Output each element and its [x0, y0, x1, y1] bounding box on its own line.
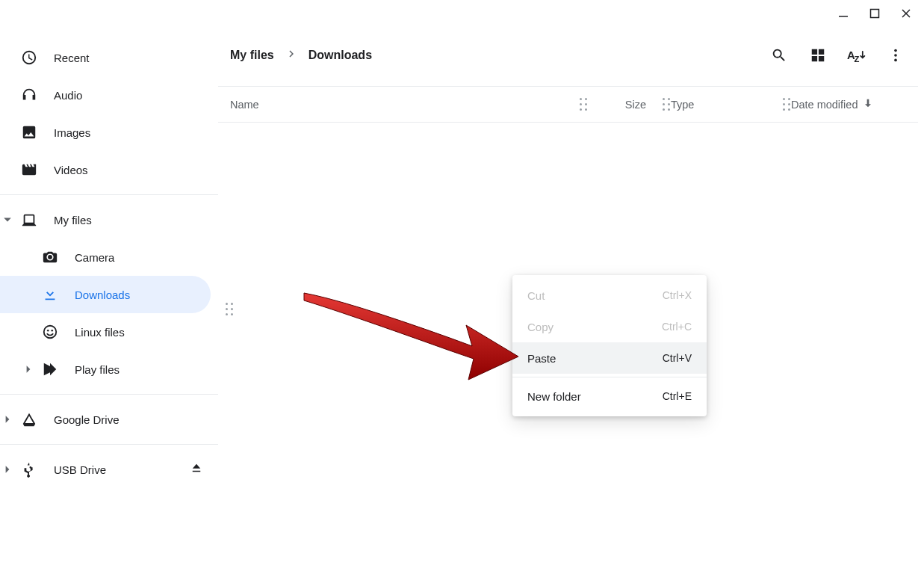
picture-icon [21, 124, 37, 141]
download-icon [42, 286, 58, 303]
app-root: Recent Audio Images Videos [0, 0, 924, 586]
sidebar-item-label: Camera [75, 251, 114, 264]
linux-icon [42, 324, 58, 340]
svg-point-11 [894, 58, 897, 61]
sidebar-item-label: USB Drive [54, 463, 106, 476]
breadcrumb-root[interactable]: My files [230, 49, 274, 62]
chevron-right-icon [3, 465, 16, 474]
column-label: Type [671, 99, 694, 111]
sidebar-drive-section: Google Drive [0, 395, 218, 445]
sidebar-item-recent[interactable]: Recent [0, 39, 218, 76]
sort-button[interactable]: AZ [846, 45, 867, 66]
column-header-date[interactable]: Date modified [791, 97, 918, 111]
sidebar-item-label: Audio [54, 89, 82, 102]
menu-shortcut: Ctrl+V [663, 352, 692, 364]
menu-label: Paste [527, 352, 556, 365]
sidebar-item-playfiles[interactable]: Play files [0, 351, 218, 388]
sidebar-item-label: Images [54, 126, 90, 139]
context-menu: Cut Ctrl+X Copy Ctrl+C Paste Ctrl+V New … [512, 275, 707, 416]
toolbar: AZ [769, 45, 906, 66]
breadcrumb-current[interactable]: Downloads [308, 49, 372, 62]
chevron-right-icon [3, 415, 16, 424]
sidebar-item-label: Downloads [75, 289, 130, 301]
sidebar-item-label: Videos [54, 164, 88, 176]
menu-shortcut: Ctrl+C [662, 321, 692, 333]
clapper-icon [21, 161, 37, 178]
chevron-right-icon [285, 47, 298, 64]
column-resize-handle[interactable] [783, 98, 791, 111]
sidebar-quick-section: Recent Audio Images Videos [0, 39, 218, 195]
sidebar-item-drive[interactable]: Google Drive [0, 401, 218, 438]
sidebar-item-label: My files [54, 214, 92, 226]
svg-point-6 [51, 330, 53, 332]
sidebar-item-label: Linux files [75, 326, 125, 339]
sidebar-item-images[interactable]: Images [0, 114, 218, 151]
column-header-type[interactable]: Type [671, 99, 783, 111]
view-toggle-button[interactable] [807, 45, 828, 66]
svg-text:Z: Z [855, 54, 860, 63]
sidebar-item-label: Play files [75, 363, 120, 376]
column-header-name[interactable]: Name [230, 99, 580, 111]
close-button[interactable] [891, 1, 921, 25]
sidebar-item-label: Google Drive [54, 413, 120, 426]
sidebar-item-myfiles[interactable]: My files [0, 201, 218, 238]
column-headers: Name Size Type Date modified [218, 87, 918, 123]
chevron-right-icon [24, 365, 37, 374]
window-controls [828, 1, 921, 25]
column-resize-handle[interactable] [580, 98, 588, 111]
maximize-button[interactable] [860, 1, 890, 25]
svg-point-5 [47, 330, 49, 332]
svg-point-9 [894, 49, 897, 52]
menu-shortcut: Ctrl+E [663, 390, 692, 402]
headphones-icon [21, 87, 37, 103]
sidebar-myfiles-section: My files Camera Downloads Linux files [0, 195, 218, 395]
camera-icon [42, 249, 58, 265]
svg-point-10 [894, 54, 897, 57]
column-header-size[interactable]: Size [588, 99, 663, 111]
menu-label: New folder [527, 390, 581, 403]
context-menu-paste[interactable]: Paste Ctrl+V [512, 342, 707, 374]
column-label: Date modified [791, 99, 858, 111]
sidebar-item-usb[interactable]: USB Drive [0, 451, 218, 488]
menu-label: Copy [527, 321, 554, 333]
column-label: Size [625, 99, 646, 111]
search-button[interactable] [769, 45, 790, 66]
context-menu-copy: Copy Ctrl+C [512, 311, 707, 342]
context-menu-cut: Cut Ctrl+X [512, 280, 707, 311]
drive-icon [21, 411, 37, 428]
svg-rect-1 [871, 10, 879, 18]
sidebar-item-videos[interactable]: Videos [0, 151, 218, 188]
svg-point-4 [44, 326, 57, 339]
menu-label: Cut [527, 289, 545, 302]
more-options-button[interactable] [885, 45, 906, 66]
eject-button[interactable] [190, 461, 203, 478]
clock-icon [21, 49, 37, 66]
main-header: My files Downloads AZ [218, 24, 918, 87]
menu-separator [512, 377, 707, 377]
usb-icon [21, 461, 37, 478]
sidebar-item-label: Recent [54, 52, 90, 64]
play-icon [42, 361, 58, 377]
context-menu-newfolder[interactable]: New folder Ctrl+E [512, 380, 707, 412]
sidebar-usb-section: USB Drive [0, 445, 218, 494]
column-label: Name [230, 99, 259, 111]
sidebar-item-linux[interactable]: Linux files [0, 313, 218, 351]
column-resize-handle[interactable] [663, 98, 671, 111]
sort-descending-icon [858, 97, 874, 111]
sidebar-item-audio[interactable]: Audio [0, 76, 218, 114]
sidebar: Recent Audio Images Videos [0, 24, 218, 586]
minimize-button[interactable] [828, 1, 858, 25]
chevron-down-icon [3, 215, 16, 224]
menu-shortcut: Ctrl+X [663, 289, 692, 301]
laptop-icon [21, 212, 37, 228]
sidebar-item-camera[interactable]: Camera [0, 238, 218, 276]
breadcrumb: My files Downloads [230, 47, 372, 64]
sidebar-item-downloads[interactable]: Downloads [0, 276, 211, 313]
